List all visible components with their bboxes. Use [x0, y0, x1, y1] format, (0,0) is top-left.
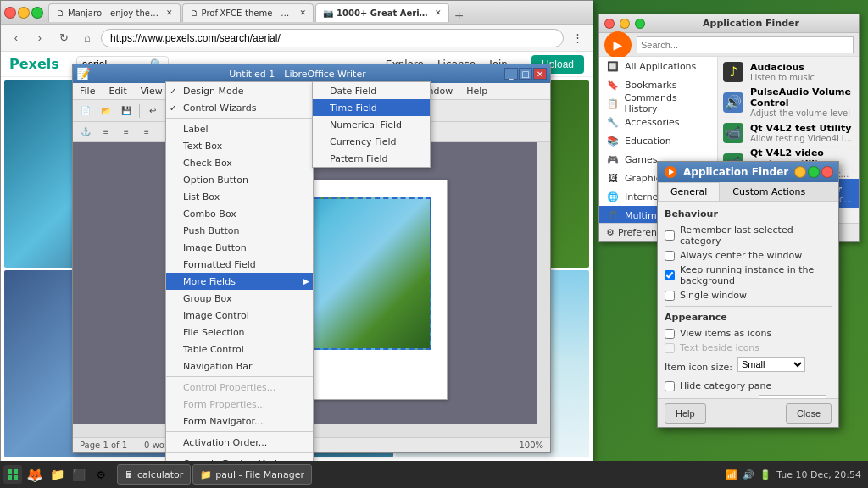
- af-app-audacious[interactable]: ♪ Audacious Listen to music: [718, 57, 859, 87]
- menu-group-box[interactable]: Group Box: [166, 290, 313, 307]
- lo-tool-align-r[interactable]: ≡: [137, 124, 156, 141]
- dlg-help-btn[interactable]: Help: [665, 403, 706, 424]
- browser-tabs: 🗋 Manjaro - enjoy the sim... ✕ 🗋 Prof-XF…: [45, 3, 589, 22]
- menu-sep-3: [166, 431, 313, 432]
- browser-tab-1[interactable]: 🗋 Manjaro - enjoy the sim... ✕: [48, 3, 181, 22]
- dlg-close-action-btn[interactable]: Close: [786, 403, 832, 424]
- af-bg-min-btn[interactable]: [620, 19, 630, 29]
- menu-table-control[interactable]: Table Control: [166, 341, 313, 358]
- dlg-checkbox-single-window[interactable]: [665, 291, 675, 301]
- dlg-item-icon-size-select[interactable]: Small Smaller Normal Large: [737, 357, 805, 372]
- af-search-input[interactable]: [637, 36, 854, 53]
- menu-push-button[interactable]: Push Button: [166, 222, 313, 239]
- menu-option-button[interactable]: Option Button: [166, 171, 313, 188]
- lo-tool-anchor[interactable]: ⚓: [76, 124, 95, 141]
- af-cat-commands[interactable]: 📋Commands History: [599, 94, 717, 113]
- af-bg-max-btn[interactable]: [635, 19, 645, 29]
- af-app-qtv4l2-test[interactable]: 📹 Qt V4L2 test Utility Allow testing Vid…: [718, 118, 859, 148]
- lo-close-btn[interactable]: ✕: [533, 68, 547, 80]
- menu-list-box[interactable]: List Box: [166, 188, 313, 205]
- dlg-checkbox-remember[interactable]: [665, 230, 675, 241]
- af-play-btn[interactable]: ▶: [604, 31, 632, 58]
- menu-activation-order[interactable]: Activation Order...: [166, 434, 313, 451]
- dlg-max-btn[interactable]: [808, 166, 820, 178]
- dlg-checkbox-hide-category[interactable]: [665, 381, 675, 391]
- browser-min-btn[interactable]: [18, 7, 30, 19]
- dlg-close-btn[interactable]: [821, 166, 833, 178]
- menu-combo-box[interactable]: Combo Box: [166, 205, 313, 222]
- af-cat-accessories[interactable]: 🔧Accessories: [599, 113, 717, 131]
- menu-design-mode[interactable]: Design Mode: [166, 82, 313, 99]
- more-fields-submenu: Date Field Time Field Numerical Field Cu…: [312, 81, 431, 168]
- menu-image-control[interactable]: Image Control: [166, 307, 313, 324]
- submenu-pattern-field[interactable]: Pattern Field: [313, 150, 430, 167]
- lo-tool-align-c[interactable]: ≡: [117, 124, 136, 141]
- submenu-time-field[interactable]: Time Field: [313, 99, 430, 116]
- dlg-tab-custom-actions[interactable]: Custom Actions: [720, 182, 818, 201]
- menu-check-box[interactable]: Check Box: [166, 154, 313, 171]
- lo-tool-undo[interactable]: ↩: [143, 103, 162, 119]
- browser-max-btn[interactable]: [31, 7, 43, 19]
- af-bg-close-btn[interactable]: [604, 19, 615, 29]
- lo-menu-help[interactable]: Help: [459, 83, 494, 99]
- af-cat-graphics-icon: 🖼: [606, 171, 620, 185]
- file-manager-icon: 📁: [200, 469, 212, 480]
- dlg-footer: Help Close: [658, 398, 838, 427]
- lo-tool-save[interactable]: 💾: [117, 103, 136, 119]
- lo-min-btn[interactable]: _: [504, 68, 518, 80]
- lo-max-btn[interactable]: □: [519, 68, 532, 80]
- svg-rect-2: [8, 469, 12, 474]
- dlg-checkbox-center[interactable]: [665, 251, 675, 261]
- menu-formatted-field[interactable]: Formatted Field: [166, 256, 313, 273]
- dlg-title-icon: [663, 164, 678, 180]
- menu-form-navigator[interactable]: Form Navigator...: [166, 413, 313, 430]
- lo-menu-file[interactable]: File: [73, 83, 102, 99]
- taskbar-settings-icon[interactable]: ⚙: [92, 465, 110, 484]
- menu-form-props: Form Properties...: [166, 396, 313, 413]
- lo-tool-align-l[interactable]: ≡: [97, 124, 115, 141]
- af-cat-accessories-icon: 🔧: [606, 115, 620, 129]
- taskbar-terminal-icon[interactable]: ⬛: [70, 465, 88, 484]
- app-finder-dialog: Application Finder General Custom Action…: [657, 161, 839, 428]
- back-btn[interactable]: ‹: [6, 29, 26, 47]
- browser-close-btn[interactable]: [4, 7, 16, 19]
- menu-label[interactable]: Label: [166, 120, 313, 137]
- browser-tab-3[interactable]: 📷 1000+ Great Aerial Phot... ✕: [315, 3, 449, 22]
- taskbar-battery-icon: 🔋: [760, 469, 771, 480]
- forward-btn[interactable]: ›: [30, 29, 50, 47]
- menu-navigation-bar[interactable]: Navigation Bar: [166, 358, 313, 374]
- url-bar[interactable]: [101, 29, 564, 47]
- home-btn[interactable]: ⌂: [77, 29, 97, 47]
- menu-image-button[interactable]: Image Button: [166, 239, 313, 256]
- lo-tool-new[interactable]: 📄: [76, 103, 95, 119]
- taskbar-firefox-icon[interactable]: 🦊: [25, 465, 44, 484]
- submenu-date-field[interactable]: Date Field: [313, 82, 430, 99]
- lo-menu-view[interactable]: View: [134, 83, 170, 99]
- lo-tool-open[interactable]: 📂: [97, 103, 115, 119]
- af-cat-all[interactable]: 🔲All Applications: [599, 57, 717, 75]
- dlg-min-btn[interactable]: [794, 166, 806, 178]
- af-cat-education[interactable]: 📚Education: [599, 131, 717, 150]
- taskbar-files-icon[interactable]: 📁: [47, 465, 66, 484]
- browser-tab-2[interactable]: 🗋 Prof-XFCE-theme - Eyecan... ✕: [182, 3, 314, 22]
- menu-text-box[interactable]: Text Box: [166, 137, 313, 154]
- dlg-checkbox-icons[interactable]: [665, 329, 675, 339]
- reload-btn[interactable]: ↻: [53, 29, 74, 47]
- taskbar-apps-icon[interactable]: [3, 465, 22, 484]
- menu-more-fields[interactable]: More Fields: [166, 273, 313, 290]
- dlg-tab-general[interactable]: General: [658, 182, 720, 201]
- dlg-checkbox-keep-running[interactable]: [665, 270, 675, 280]
- taskbar-app-file-manager[interactable]: 📁 paul - File Manager: [192, 464, 312, 485]
- dlg-tabs: General Custom Actions: [658, 182, 838, 202]
- submenu-numerical-field[interactable]: Numerical Field: [313, 116, 430, 133]
- new-tab-btn[interactable]: +: [451, 8, 468, 22]
- menu-file-selection[interactable]: File Selection: [166, 324, 313, 341]
- lo-menu-edit[interactable]: Edit: [102, 83, 133, 99]
- menu-btn[interactable]: ⋮: [567, 29, 587, 47]
- taskbar-app-calculator[interactable]: 🖩 calculator: [117, 464, 191, 485]
- menu-control-wizards[interactable]: Control Wizards: [166, 99, 313, 116]
- af-cat-bookmarks[interactable]: 🔖Bookmarks: [599, 75, 717, 94]
- submenu-currency-field[interactable]: Currency Field: [313, 133, 430, 150]
- af-app-pulseaudio[interactable]: 🔊 PulseAudio Volume Control Adjust the v…: [718, 87, 859, 118]
- dlg-check-center: Always center the window: [665, 250, 832, 261]
